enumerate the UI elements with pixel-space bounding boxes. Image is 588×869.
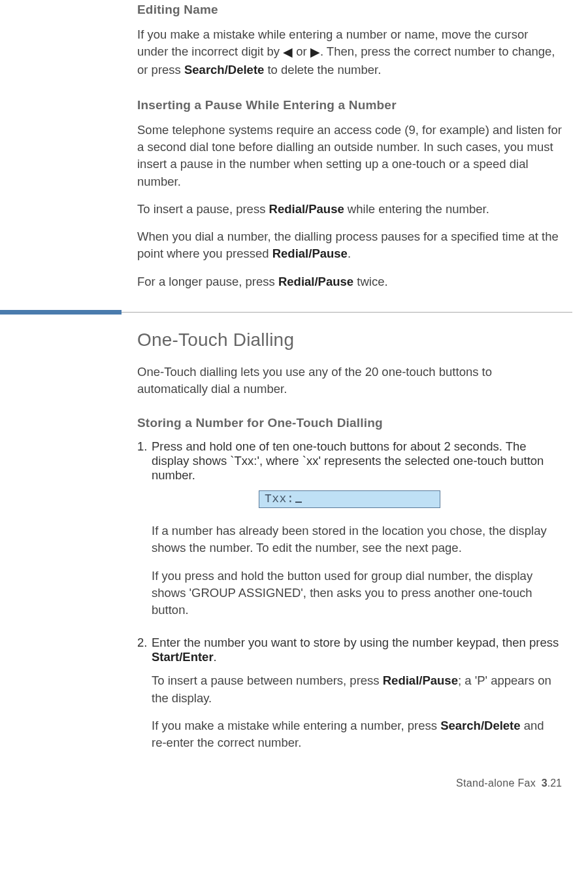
- step-2-body: Enter the number you want to store by us…: [152, 636, 562, 664]
- heading-pause: Inserting a Pause While Entering a Numbe…: [137, 98, 562, 112]
- para-pause-2: To insert a pause, press Redial/Pause wh…: [137, 201, 562, 218]
- para-editing-name: If you make a mistake while entering a n…: [137, 26, 562, 78]
- para-pause-4: For a longer pause, press Redial/Pause t…: [137, 273, 562, 290]
- para-pause-1: Some telephone systems require an access…: [137, 122, 562, 190]
- footer-section-label: Stand-alone Fax: [456, 777, 536, 789]
- lcd-display: Txx:: [259, 490, 440, 508]
- heading-editing-name: Editing Name: [137, 3, 562, 17]
- step-2-sub-1: To insert a pause between numbers, press…: [152, 672, 562, 707]
- page-content: Editing Name If you make a mistake while…: [0, 3, 588, 809]
- step-2-sub-2: If you make a mistake while entering a n…: [152, 717, 562, 752]
- footer-page-number: 3.21: [542, 777, 562, 789]
- step-1-body: Press and hold one of ten one-touch butt…: [152, 439, 562, 483]
- page-footer: Stand-alone Fax 3.21: [137, 777, 562, 789]
- right-arrow-icon: ▶: [310, 44, 320, 61]
- para-pause-3: When you dial a number, the dialling pro…: [137, 228, 562, 263]
- lcd-display-wrap: Txx:: [137, 490, 562, 508]
- step-1-sub-2: If you press and hold the button used fo…: [152, 568, 562, 619]
- lcd-cursor-icon: [295, 502, 302, 503]
- step-1: 1. Press and hold one of ten one-touch b…: [137, 439, 562, 483]
- left-arrow-icon: ◀: [283, 44, 293, 61]
- step-2: 2. Enter the number you want to store by…: [137, 636, 562, 664]
- step-2-number: 2.: [137, 636, 152, 664]
- para-one-touch-intro: One-Touch dialling lets you use any of t…: [137, 364, 562, 398]
- step-1-sub-1: If a number has already been stored in t…: [152, 522, 562, 557]
- heading-storing: Storing a Number for One-Touch Dialling: [137, 416, 562, 430]
- step-1-number: 1.: [137, 439, 152, 483]
- section-divider: [0, 310, 588, 315]
- heading-one-touch: One-Touch Dialling: [137, 330, 562, 350]
